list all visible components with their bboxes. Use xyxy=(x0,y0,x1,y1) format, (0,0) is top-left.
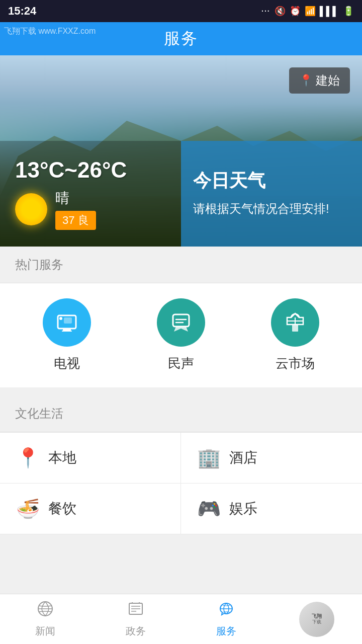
service-icon xyxy=(218,600,235,621)
market-icon-circle xyxy=(271,298,319,347)
hot-services-panel: 电视 民声 xyxy=(0,283,362,387)
culture-item-local[interactable]: 📍 本地 xyxy=(0,433,181,484)
svg-rect-1 xyxy=(63,329,71,331)
svg-rect-4 xyxy=(64,317,72,324)
tv-icon-circle xyxy=(43,298,91,347)
today-weather-desc: 请根据天气情况合理安排! xyxy=(193,199,350,218)
fxxz-watermark-badge: 飞翔 下载 xyxy=(299,602,334,637)
service-icons-row: 电视 民声 xyxy=(10,298,352,372)
weather-status-row: 晴 37 良 xyxy=(15,189,166,230)
location-pin-icon: 📍 xyxy=(299,74,313,87)
alarm-icon: ⏰ xyxy=(290,6,301,17)
nav-item-service[interactable]: 服务 xyxy=(181,596,272,642)
local-icon: 📍 xyxy=(15,447,40,469)
service-market-label: 云市场 xyxy=(276,355,315,372)
svg-rect-5 xyxy=(173,314,189,327)
today-weather-title: 今日天气 xyxy=(193,169,350,193)
status-icons: ··· 🔇 ⏰ 📶 ▌▌▌ 🔋 xyxy=(261,6,354,17)
service-item-tv[interactable]: 电视 xyxy=(27,298,107,372)
hot-services-header: 热门服务 xyxy=(0,247,362,283)
nav-item-extra[interactable]: 飞翔 下载 xyxy=(272,598,362,641)
news-nav-label: 新闻 xyxy=(35,624,55,638)
service-item-market[interactable]: 云市场 xyxy=(255,298,335,372)
culture-item-entertainment[interactable]: 🎮 娱乐 xyxy=(181,484,362,534)
culture-item-hotel[interactable]: 🏢 酒店 xyxy=(181,433,362,484)
mute-icon: 🔇 xyxy=(275,6,286,17)
weather-details: 晴 37 良 xyxy=(55,189,96,230)
bottom-nav: 新闻 政务 服务 xyxy=(0,594,362,644)
food-icon: 🍜 xyxy=(15,498,40,520)
food-label: 餐饮 xyxy=(48,499,76,518)
weather-left-panel: 13°C~26°C 晴 37 良 xyxy=(0,141,181,247)
watermark: 飞翔下载 www.FXXZ.com xyxy=(4,26,96,37)
signal-dots-icon: ··· xyxy=(261,7,270,15)
weather-condition: 晴 xyxy=(55,189,96,208)
hotel-icon: 🏢 xyxy=(196,447,221,469)
sun-icon xyxy=(15,193,47,225)
status-bar: 15:24 ··· 🔇 ⏰ 📶 ▌▌▌ 🔋 xyxy=(0,0,362,22)
service-nav-label: 服务 xyxy=(216,624,236,638)
svg-point-3 xyxy=(59,317,62,320)
weather-info: 13°C~26°C 晴 37 良 今日天气 请根据天气情况合理安排! xyxy=(0,141,362,247)
location-badge[interactable]: 📍 建始 xyxy=(289,67,350,94)
signal-icon: ▌▌▌ xyxy=(320,6,339,17)
service-item-voice[interactable]: 民声 xyxy=(141,298,221,372)
gov-icon xyxy=(127,600,144,621)
hotel-label: 酒店 xyxy=(229,448,257,467)
local-label: 本地 xyxy=(48,448,76,467)
svg-rect-2 xyxy=(62,331,72,332)
app-title: 服务 xyxy=(164,28,198,50)
weather-right-panel: 今日天气 请根据天气情况合理安排! xyxy=(181,141,362,247)
time-display: 15:24 xyxy=(8,5,36,18)
aqi-badge: 37 良 xyxy=(55,211,96,230)
service-voice-label: 民声 xyxy=(168,355,194,372)
entertainment-label: 娱乐 xyxy=(229,499,257,518)
culture-grid: 📍 本地 🏢 酒店 🍜 餐饮 🎮 娱乐 xyxy=(0,432,362,534)
weather-banner: 📍 建始 13°C~26°C 晴 37 良 今日天气 请根据天气情况合理安排! xyxy=(0,55,362,247)
svg-rect-8 xyxy=(292,325,298,332)
culture-item-food[interactable]: 🍜 餐饮 xyxy=(0,484,181,534)
nav-item-gov[interactable]: 政务 xyxy=(90,596,181,642)
voice-icon-circle xyxy=(157,298,205,347)
service-tv-label: 电视 xyxy=(54,355,80,372)
entertainment-icon: 🎮 xyxy=(196,498,221,520)
battery-icon: 🔋 xyxy=(343,6,354,17)
culture-life-header: 文化生活 xyxy=(0,395,362,432)
news-icon xyxy=(37,600,54,621)
nav-item-news[interactable]: 新闻 xyxy=(0,596,90,642)
temperature-range: 13°C~26°C xyxy=(15,157,166,183)
gov-nav-label: 政务 xyxy=(126,624,146,638)
wifi-icon: 📶 xyxy=(305,6,316,17)
location-name: 建始 xyxy=(316,72,340,89)
culture-section: 📍 本地 🏢 酒店 🍜 餐饮 🎮 娱乐 xyxy=(0,432,362,534)
